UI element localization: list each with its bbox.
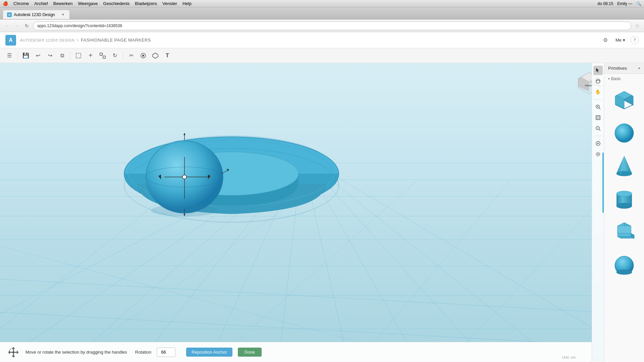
tab-favicon: A [7,12,12,17]
svg-rect-70 [596,116,600,120]
reload-button[interactable]: ↻ [23,22,31,30]
menu-venster[interactable]: Venster [162,1,177,6]
menu-button[interactable]: ☰ [4,50,15,61]
primitives-panel: Primitives ▾ ▾ Basic [604,63,644,362]
primitive-cylinder[interactable] [609,184,639,214]
redo-button[interactable]: ↪ [45,50,55,61]
breadcrumb-separator: \ [77,38,79,43]
app-logo: A [5,35,16,46]
3d-viewport[interactable]: FRONT RIGHT ✋ [0,63,604,362]
svg-point-88 [616,171,632,176]
user-name: Emily — [617,1,632,6]
chrome-address-bar: ‹ › ↻ ☆ [0,19,644,32]
scissors-button[interactable]: ✂ [126,50,137,61]
svg-point-48 [182,175,186,179]
basic-label: ▾ Basic [604,75,644,82]
add-button[interactable]: + [85,50,96,61]
basic-text: Basic [611,76,621,81]
unit-label: Unit: cm [562,355,576,359]
svg-point-65 [596,79,600,83]
refresh-button[interactable]: ↻ [109,50,120,61]
toolbar-divider-1 [17,52,18,60]
svg-rect-2 [103,56,105,58]
transform-button[interactable] [97,50,108,61]
back-button[interactable]: ‹ [3,22,11,30]
primitives-chevron-icon[interactable]: ▾ [638,66,640,70]
primitive-bracket[interactable] [609,217,639,247]
orbit-tool-button[interactable] [593,76,603,86]
me-button[interactable]: Me ▾ [613,36,628,44]
search-icon[interactable]: 🔍 [636,1,641,6]
menu-archief[interactable]: Archief [34,1,48,6]
rt-divider-1 [594,99,602,100]
svg-marker-96 [618,233,631,237]
menu-chrome[interactable]: Chrome [13,1,29,6]
copy-button[interactable]: ⧉ [57,50,67,61]
text-button[interactable]: T [162,50,173,61]
pan-tool-button[interactable]: ✋ [593,87,603,97]
zoom-select-button[interactable] [593,124,603,133]
svg-point-76 [597,143,599,144]
mac-menu-bar: 🍎 Chrome Archief Bewerken Weergave Gesch… [0,0,644,7]
address-input[interactable] [33,21,631,30]
svg-rect-0 [76,53,81,58]
apple-menu[interactable]: 🍎 [3,1,8,6]
zoom-tool-button[interactable] [593,102,603,112]
done-button[interactable]: Done [238,348,262,357]
menu-geschiedenis[interactable]: Geschiedenis [103,1,130,6]
main-toolbar: ☰ 💾 ↩ ↪ ⧉ + ↻ ✂ T [0,48,644,63]
menu-bladwijzers[interactable]: Bladwijzers [135,1,157,6]
menu-weergave[interactable]: Weergave [78,1,98,6]
menu-help[interactable]: Help [182,1,192,6]
header-right: ⚙ Me ▾ ? [601,36,639,45]
tab-close-button[interactable]: × [61,12,65,17]
forward-button[interactable]: › [13,22,21,30]
viewport-right-toolbar: ✋ [592,63,604,362]
help-button[interactable]: ? [631,36,639,44]
main-content: FRONT RIGHT ✋ [0,63,644,362]
rotation-label: Rotation [135,350,151,355]
basic-chevron-icon: ▾ [608,77,610,80]
system-time: do 08:15 [598,1,613,6]
svg-rect-1 [100,53,102,55]
primitives-title: Primitives [608,66,627,71]
svg-marker-64 [596,68,599,72]
paint-button[interactable] [138,50,149,61]
svg-point-92 [616,203,632,208]
svg-rect-71 [597,117,599,119]
app-header: A AUTODESK® 123D® DESIGN \ FASHIONABLE P… [0,32,644,48]
svg-point-86 [615,124,634,142]
primitive-cone[interactable] [609,151,639,181]
bookmark-button[interactable]: ☆ [633,22,641,30]
svg-point-57 [151,204,218,217]
menu-bar-right: do 08:15 Emily — 🔍 [598,1,641,6]
material-button[interactable] [593,149,603,159]
rotation-input[interactable] [157,348,175,357]
settings-icon[interactable]: ⚙ [601,36,610,45]
undo-button[interactable]: ↩ [33,50,43,61]
menu-bewerken[interactable]: Bewerken [53,1,73,6]
tab-title: Autodesk 123D Design [14,12,55,17]
objects-container [0,63,604,362]
primitive-sphere[interactable] [609,118,639,148]
instruction-text: Move or rotate the selection by dragging… [25,350,127,355]
primitives-grid [604,82,644,282]
app-title: AUTODESK® 123D® DESIGN \ FASHIONABLE PAG… [20,38,151,43]
fit-view-button[interactable] [593,113,603,122]
box-select-button[interactable] [73,50,84,61]
brand-name: AUTODESK® 123D® DESIGN [20,38,74,42]
me-chevron-icon: ▾ [623,38,625,43]
primitive-cap[interactable] [609,249,639,280]
save-button[interactable]: 💾 [20,50,31,61]
toolbar-divider-2 [70,52,70,60]
chrome-tab-bar: A Autodesk 123D Design × [0,7,644,19]
svg-point-6 [142,55,144,57]
look-at-button[interactable] [593,139,603,148]
chrome-tab-active[interactable]: A Autodesk 123D Design × [3,10,70,19]
3d-ops-button[interactable] [150,50,161,61]
reposition-anchor-button[interactable]: Reposition Anchor [186,348,232,357]
select-tool-button[interactable] [593,66,603,75]
primitive-cube[interactable] [609,85,639,115]
viewport-slider[interactable] [602,153,604,213]
primitives-header: Primitives ▾ [604,63,644,74]
